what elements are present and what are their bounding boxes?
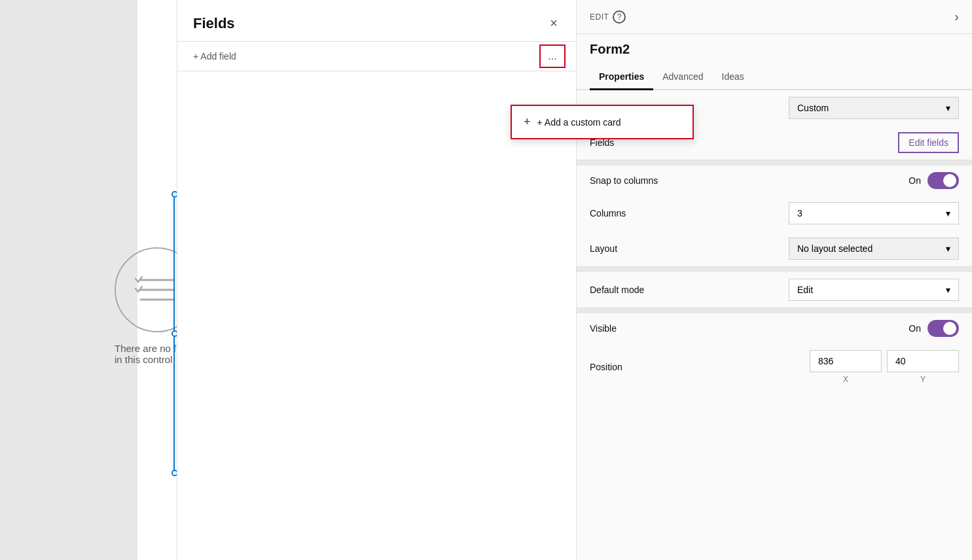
y-axis-label: Y	[920, 375, 926, 384]
more-options-button[interactable]: ...	[539, 44, 566, 68]
props-chevron-icon[interactable]: ›	[954, 9, 959, 24]
thick-separator-2	[577, 267, 972, 272]
columns-value: 3	[797, 208, 802, 219]
props-form-title: Form2	[577, 34, 972, 65]
position-row: Position X Y	[577, 343, 972, 391]
snap-toggle-wrapper: On	[909, 172, 959, 189]
thick-separator-1	[577, 160, 972, 166]
data-source-select[interactable]: Custom ▾	[789, 97, 959, 119]
tab-advanced[interactable]: Advanced	[653, 65, 712, 90]
layout-row: Layout No layout selected ▾	[577, 231, 972, 267]
position-label: Position	[590, 362, 622, 372]
props-tabs: Properties Advanced Ideas	[577, 65, 972, 90]
canvas-inner: There are no fields in this control This…	[137, 0, 177, 560]
snap-to-columns-label: Snap to columns	[590, 175, 658, 186]
layout-chevron-icon: ▾	[946, 243, 950, 254]
columns-row: Columns 3 ▾	[577, 196, 972, 231]
position-y-wrapper: Y	[887, 350, 959, 384]
position-x-wrapper: X	[810, 350, 882, 384]
default-mode-value: Edit	[797, 285, 813, 295]
add-custom-card-item[interactable]: + + Add a custom card	[512, 106, 693, 138]
add-custom-card-label: + Add a custom card	[537, 117, 621, 128]
columns-select[interactable]: 3 ▾	[789, 202, 959, 224]
add-field-button[interactable]: + Add field	[193, 51, 236, 61]
visible-toggle[interactable]	[927, 320, 959, 337]
position-x-input[interactable]	[810, 350, 882, 372]
fields-panel-title: Fields	[193, 15, 235, 32]
layout-label: Layout	[590, 243, 617, 254]
default-mode-label: Default mode	[590, 285, 644, 295]
fields-panel: Fields × + Add field ...	[177, 0, 576, 560]
default-mode-chevron-icon: ▾	[946, 285, 950, 295]
fields-header: Fields ×	[177, 0, 576, 42]
columns-label: Columns	[590, 208, 626, 219]
visible-row: Visible On	[577, 313, 972, 343]
help-icon[interactable]: ?	[613, 10, 626, 24]
edit-label-text: EDIT	[590, 12, 609, 22]
snap-to-columns-row: Snap to columns On	[577, 166, 972, 196]
tab-ideas[interactable]: Ideas	[713, 65, 753, 90]
layout-select[interactable]: No layout selected ▾	[789, 237, 959, 260]
position-y-input[interactable]	[887, 350, 959, 372]
snap-to-columns-toggle[interactable]	[927, 172, 959, 189]
columns-chevron-icon: ▾	[946, 208, 950, 219]
layout-value: No layout selected	[797, 243, 873, 254]
dropdown-menu: + + Add a custom card	[511, 105, 694, 139]
separator	[177, 71, 576, 71]
props-header: EDIT ? ›	[577, 0, 972, 34]
tab-properties[interactable]: Properties	[590, 65, 653, 90]
props-body: Data source Custom ▾ Fields Edit fields …	[577, 90, 972, 560]
thick-separator-3	[577, 308, 972, 313]
fields-panel-close-button[interactable]: ×	[547, 13, 560, 33]
default-mode-row: Default mode Edit ▾	[577, 272, 972, 308]
data-source-value: Custom	[797, 103, 829, 113]
position-inputs: X Y	[810, 350, 959, 384]
data-source-chevron-icon: ▾	[946, 103, 950, 113]
add-field-row: + Add field ...	[177, 42, 576, 71]
edit-fields-button[interactable]: Edit fields	[898, 132, 959, 153]
plus-icon: +	[524, 115, 531, 129]
snap-toggle-label: On	[909, 175, 921, 186]
canvas-area: There are no fields in this control This…	[0, 0, 177, 560]
props-edit-label: EDIT ?	[590, 10, 626, 24]
properties-panel: EDIT ? › Form2 Properties Advanced Ideas…	[576, 0, 972, 560]
x-axis-label: X	[843, 375, 848, 384]
visible-toggle-label: On	[909, 323, 921, 334]
visible-label: Visible	[590, 323, 617, 334]
default-mode-select[interactable]: Edit ▾	[789, 279, 959, 301]
visible-toggle-wrapper: On	[909, 320, 959, 337]
